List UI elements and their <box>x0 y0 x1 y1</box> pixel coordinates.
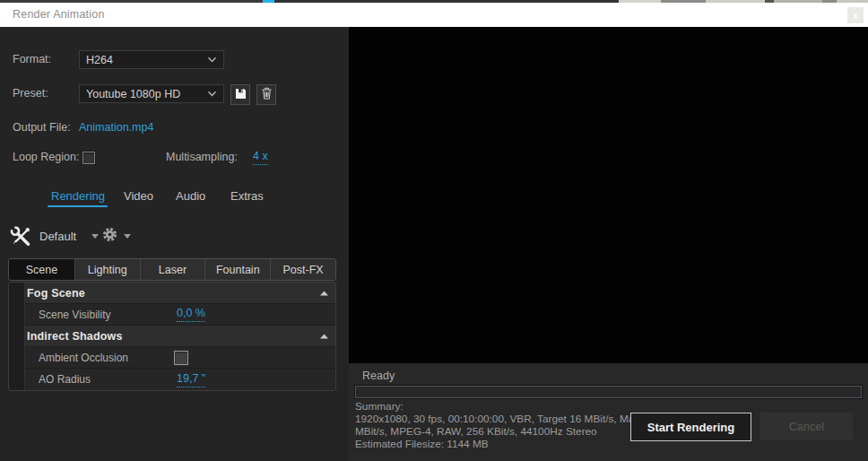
properties-gutter <box>9 283 25 390</box>
titlebar: Render Animation x <box>0 3 868 27</box>
panel-tab-scene[interactable]: Scene <box>9 259 74 280</box>
start-rendering-button[interactable]: Start Rendering <box>630 413 751 441</box>
format-value: H264 <box>86 54 113 66</box>
summary-line: MBit/s, MPEG-4, RAW, 256 KBit/s, 44100Hz… <box>355 425 657 438</box>
render-status-panel: Ready Summary: 1920x1080, 30 fps, 00:10:… <box>349 363 868 461</box>
chevron-up-icon[interactable] <box>320 334 328 339</box>
scene-visibility-value[interactable]: 0,0 % <box>177 307 205 322</box>
close-button[interactable]: x <box>847 7 864 23</box>
properties-panel: Fog Scene Scene Visibility 0,0 % Indirec… <box>8 282 336 391</box>
output-file-link[interactable]: Animation.mp4 <box>79 121 153 134</box>
save-preset-button[interactable] <box>230 84 250 105</box>
summary-title: Summary: <box>355 400 404 413</box>
multisampling-label: Multisampling: <box>166 151 238 163</box>
property-label: Ambient Occlusion <box>25 352 128 364</box>
chevron-up-icon[interactable] <box>320 291 328 296</box>
tab-rendering[interactable]: Rendering <box>51 189 105 203</box>
summary-line: 1920x1080, 30 fps, 00:10:00:00, VBR, Tar… <box>355 413 657 425</box>
summary-text: 1920x1080, 30 fps, 00:10:00:00, VBR, Tar… <box>355 413 657 450</box>
preset-dropdown[interactable]: Youtube 1080p HD <box>79 84 224 103</box>
delete-preset-button[interactable] <box>256 84 276 105</box>
section-title: Fog Scene <box>25 287 85 300</box>
caret-down-icon[interactable] <box>91 234 99 239</box>
property-row-ao-radius: AO Radius 19,7 " <box>25 369 335 390</box>
summary-line: Estimated Filesize: 1144 MB <box>355 438 657 450</box>
panel-tab-lighting[interactable]: Lighting <box>74 259 140 280</box>
section-title: Indirect Shadows <box>25 330 123 343</box>
tab-video[interactable]: Video <box>124 189 153 203</box>
panel-tab-laser[interactable]: Laser <box>140 259 205 280</box>
ambient-occlusion-checkbox[interactable] <box>174 351 188 365</box>
render-animation-dialog: Render Animation x Format: H264 Preset: … <box>0 0 868 461</box>
property-label: AO Radius <box>25 373 91 386</box>
property-row-scene-visibility: Scene Visibility 0,0 % <box>25 304 335 326</box>
tab-audio[interactable]: Audio <box>176 189 205 203</box>
gear-icon <box>102 227 117 246</box>
render-preview-area <box>349 27 868 363</box>
caret-down-icon[interactable] <box>124 234 131 239</box>
ao-radius-value[interactable]: 19,7 " <box>177 372 205 387</box>
chevron-down-icon <box>207 91 217 97</box>
section-header-indirect-shadows[interactable]: Indirect Shadows <box>25 326 335 347</box>
loop-region-label: Loop Region: <box>13 151 79 163</box>
format-dropdown[interactable]: H264 <box>79 50 224 69</box>
property-row-ambient-occlusion: Ambient Occlusion <box>25 347 335 369</box>
chevron-down-icon <box>207 57 217 63</box>
cancel-button: Cancel <box>760 413 853 440</box>
dialog-title: Render Animation <box>13 8 105 21</box>
preset-value: Youtube 1080p HD <box>86 88 180 100</box>
render-progress-bar <box>355 386 862 398</box>
panel-tab-postfx[interactable]: Post-FX <box>270 259 335 280</box>
panel-tab-fountain[interactable]: Fountain <box>204 259 270 280</box>
active-tab-underline <box>48 205 108 207</box>
dialog-body: Format: H264 Preset: Youtube 1080p HD <box>0 27 868 461</box>
toolbar-preset-dropdown[interactable]: Default <box>39 230 76 243</box>
preset-label: Preset: <box>13 87 48 100</box>
format-label: Format: <box>13 53 51 65</box>
output-file-label: Output File: <box>13 121 71 134</box>
save-icon <box>235 87 247 103</box>
category-tabstrip: Scene Lighting Laser Fountain Post-FX <box>8 258 336 281</box>
loop-region-checkbox[interactable] <box>82 152 95 164</box>
tab-extras[interactable]: Extras <box>230 189 264 203</box>
tools-icon <box>9 224 33 253</box>
trash-icon <box>261 87 273 103</box>
multisampling-value[interactable]: 4 x <box>253 150 268 165</box>
status-text: Ready <box>362 370 395 382</box>
section-header-fog-scene[interactable]: Fog Scene <box>25 283 335 304</box>
close-icon: x <box>853 10 858 21</box>
settings-panel: Format: H264 Preset: Youtube 1080p HD <box>0 27 349 461</box>
gear-menu-button[interactable] <box>102 227 117 246</box>
property-label: Scene Visibility <box>25 309 110 321</box>
